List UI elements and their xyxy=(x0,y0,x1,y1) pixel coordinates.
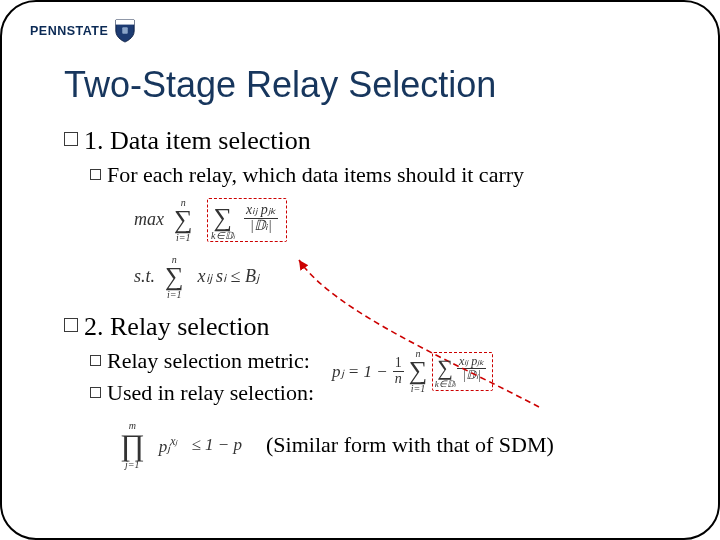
sigma-icon: ∑ n i=1 xyxy=(174,207,193,233)
pennstate-logo: PENNSTATE xyxy=(30,18,136,44)
sigma-icon: ∑ k∈𝔻ᵢ xyxy=(214,205,233,231)
section2-sub1: Relay selection metric: xyxy=(107,348,310,374)
svg-rect-0 xyxy=(116,20,134,25)
shield-icon xyxy=(114,18,136,44)
bullet-icon xyxy=(64,318,78,332)
slide-title: Two-Stage Relay Selection xyxy=(64,64,678,106)
eq-max: max xyxy=(134,210,164,230)
slide-frame: PENNSTATE Two-Stage Relay Selection 1. D… xyxy=(0,0,720,540)
bullet-icon xyxy=(90,387,101,398)
highlighted-term-1: ∑ k∈𝔻ᵢ xᵢⱼ pⱼₖ |𝔻ᵢ| xyxy=(207,198,287,242)
eq-st-body: xᵢⱼ sᵢ ≤ Bⱼ xyxy=(198,267,259,287)
bullet-icon xyxy=(90,169,101,180)
section1-sub1: For each relay, which data items should … xyxy=(107,162,524,188)
highlighted-term-2: ∑ k∈𝔻ᵢ xᵢⱼ pⱼₖ |𝔻ᵢ| xyxy=(432,352,493,390)
section2-sub2: Used in relay selection: xyxy=(107,380,314,406)
bullet-2: 2. Relay selection xyxy=(64,312,678,342)
section2-heading: 2. Relay selection xyxy=(84,312,270,342)
bullet-1: 1. Data item selection xyxy=(64,126,678,156)
fraction-1-over-n: 1 n xyxy=(393,356,404,386)
prod-body: pⱼxⱼ xyxy=(159,434,178,457)
fraction: xᵢⱼ pⱼₖ |𝔻ᵢ| xyxy=(457,355,486,381)
similar-note: (Similar form with that of SDM) xyxy=(266,432,554,458)
metric-lhs: pⱼ = 1 − xyxy=(332,361,388,382)
sigma-icon: ∑ n i=1 xyxy=(165,264,184,290)
equation-constraint: s.t. ∑ n i=1 xᵢⱼ sᵢ ≤ Bⱼ xyxy=(134,264,678,290)
metric-row: Relay selection metric: Used in relay se… xyxy=(64,348,678,412)
subbullet-1-1: For each relay, which data items should … xyxy=(90,162,678,188)
section1-heading: 1. Data item selection xyxy=(84,126,311,156)
pi-icon: ∏ m j=1 xyxy=(120,430,145,460)
metric-labels: Relay selection metric: Used in relay se… xyxy=(64,348,314,412)
subbullet-2-2: Used in relay selection: xyxy=(90,380,314,406)
equation-product: ∏ m j=1 pⱼxⱼ ≤ 1 − p xyxy=(120,430,242,460)
svg-rect-1 xyxy=(123,27,129,33)
subbullet-2-1: Relay selection metric: xyxy=(90,348,314,374)
eq-st: s.t. xyxy=(134,267,155,287)
logo-text: PENNSTATE xyxy=(30,24,108,38)
equation-objective: max ∑ n i=1 ∑ k∈𝔻ᵢ xᵢⱼ pⱼₖ xyxy=(134,198,678,242)
slide-content: Two-Stage Relay Selection 1. Data item s… xyxy=(64,64,678,460)
sigma-icon: ∑ n i=1 xyxy=(409,358,428,384)
bullet-icon xyxy=(64,132,78,146)
prod-rhs: ≤ 1 − p xyxy=(191,435,242,455)
fraction: xᵢⱼ pⱼₖ |𝔻ᵢ| xyxy=(244,203,278,233)
section-2: 2. Relay selection Relay selection metri… xyxy=(64,312,678,460)
equation-metric: pⱼ = 1 − 1 n ∑ n i=1 ∑ k∈𝔻ᵢ xyxy=(332,352,493,390)
bullet-icon xyxy=(90,355,101,366)
product-row: ∏ m j=1 pⱼxⱼ ≤ 1 − p (Similar form with … xyxy=(120,430,678,460)
section-1: 1. Data item selection For each relay, w… xyxy=(64,126,678,290)
sigma-icon: ∑ k∈𝔻ᵢ xyxy=(437,357,453,379)
